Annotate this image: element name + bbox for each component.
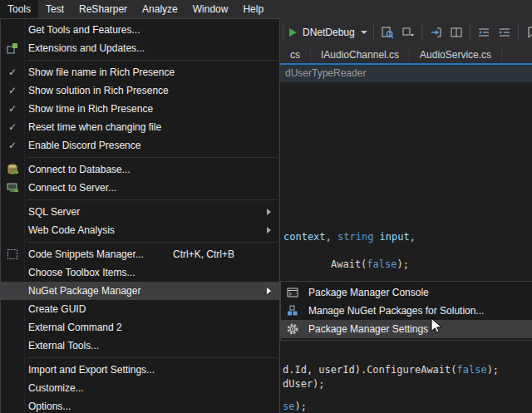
menu-item-choose-toolbox-items[interactable]: Choose Toolbox Items... [1,263,279,282]
code-fragment: Await(false); [331,258,409,270]
menubar-item-help[interactable]: Help [235,0,271,18]
menu-item-reset-time-when-changing-file[interactable]: ✓ Reset time when changing file [1,118,279,136]
menu-item-customize[interactable]: Customize... [1,379,279,397]
gear-icon [281,320,304,338]
menubar-item-tools[interactable]: Tools [0,0,38,18]
code-fragment: dUser); [283,378,325,390]
run-target-label[interactable]: DNetDebug [303,27,355,38]
navigate-dropdown-icon[interactable] [401,25,416,40]
menu-item-code-snippets-manager[interactable]: Code Snippets Manager... Ctrl+K, Ctrl+B [1,245,279,263]
chevron-down-icon[interactable] [361,31,367,34]
check-icon: ✓ [8,140,17,151]
menu-separator [27,242,278,243]
menu-item-create-guid[interactable]: Create GUID [1,300,279,318]
tools-menu-dropdown: Get Tools and Features... Extensions and… [0,18,280,413]
toolbar-separator [373,24,374,41]
toolbar-separator [283,24,283,41]
snippets-icon [1,245,24,263]
menu-separator [27,157,278,158]
menu-item-sql-server[interactable]: SQL Server [1,203,279,221]
code-fragment: context, string input, [283,231,416,243]
menu-separator [27,199,278,200]
menu-separator [27,60,278,61]
menu-shortcut: Ctrl+K, Ctrl+B [173,248,273,260]
menu-item-web-code-analysis[interactable]: Web Code Analysis [1,221,279,239]
menu-item-extensions-and-updates[interactable]: Extensions and Updates... [1,39,279,57]
menubar-item-test[interactable]: Test [38,0,71,18]
menu-item-enable-discord-presence[interactable]: ✓ Enable Discord Presence [1,136,279,155]
vs-window: Tools Test ReSharper Analyze Window Help… [0,0,532,413]
tab-partial[interactable]: cs [280,47,311,63]
tab-iaudiochannel[interactable]: IAudioChannel.cs [311,47,410,63]
breadcrumb[interactable]: dUserTypeReader [285,65,366,82]
nuget-submenu: Package Manager Console Manage NuGet Pac… [280,281,532,341]
open-in-editor-icon[interactable] [428,25,443,40]
menubar-item-window[interactable]: Window [185,0,236,18]
menu-separator [27,357,278,358]
menu-item-import-and-export-settings[interactable]: Import and Export Settings... [1,361,279,379]
indent-decrease-icon[interactable] [476,25,491,40]
indent-increase-icon[interactable] [497,25,512,40]
check-icon: ✓ [8,66,17,78]
menu-item-connect-to-database[interactable]: Connect to Database... [1,160,279,179]
menu-item-get-tools-and-features[interactable]: Get Tools and Features... [1,21,279,39]
menubar: Tools Test ReSharper Analyze Window Help [0,0,532,18]
menu-item-show-file-name-rich-presence[interactable]: ✓ Show file name in Rich Presence [1,63,279,81]
split-window-icon[interactable] [449,25,464,40]
menu-item-options[interactable]: Options... [1,397,279,413]
submenu-arrow-icon [267,209,271,215]
toolbar-separator [470,24,470,41]
toolbar-separator [421,24,422,41]
submenu-arrow-icon [267,288,271,294]
menu-item-show-time-rich-presence[interactable]: ✓ Show time in Rich Presence [1,100,279,118]
submenu-arrow-icon [267,227,271,234]
console-icon [281,283,304,302]
menu-item-manage-nuget-packages-for-solution[interactable]: Manage NuGet Packages for Solution... [281,302,532,320]
check-icon: ✓ [8,85,17,96]
toolbar-separator [518,24,519,41]
menu-item-package-manager-settings[interactable]: Package Manager Settings [281,320,532,338]
tab-audioservice[interactable]: AudioService.cs [410,47,502,63]
packages-icon [281,302,304,320]
find-in-files-icon[interactable] [380,25,395,40]
menu-item-external-tools[interactable]: External Tools... [1,337,279,355]
bookmark-icon[interactable] [525,25,532,40]
check-icon: ✓ [8,121,17,133]
menu-item-show-solution-rich-presence[interactable]: ✓ Show solution in Rich Presence [1,81,279,100]
menubar-item-analyze[interactable]: Analyze [135,0,185,18]
extensions-icon [1,39,24,57]
menu-item-external-command-2[interactable]: External Command 2 [1,318,279,337]
menu-item-package-manager-console[interactable]: Package Manager Console [281,283,532,302]
menubar-item-resharper[interactable]: ReSharper [71,0,135,18]
database-icon [1,160,24,179]
code-fragment: d.Id, userId).ConfigureAwait(false); [283,364,499,376]
code-fragment: se); [283,401,307,412]
menu-item-connect-to-server[interactable]: Connect to Server... [1,179,279,197]
active-tab-underline [280,63,532,65]
server-icon [1,179,24,197]
run-icon[interactable] [289,28,297,37]
menu-item-nuget-package-manager[interactable]: NuGet Package Manager [1,282,279,300]
check-icon: ✓ [8,103,17,115]
